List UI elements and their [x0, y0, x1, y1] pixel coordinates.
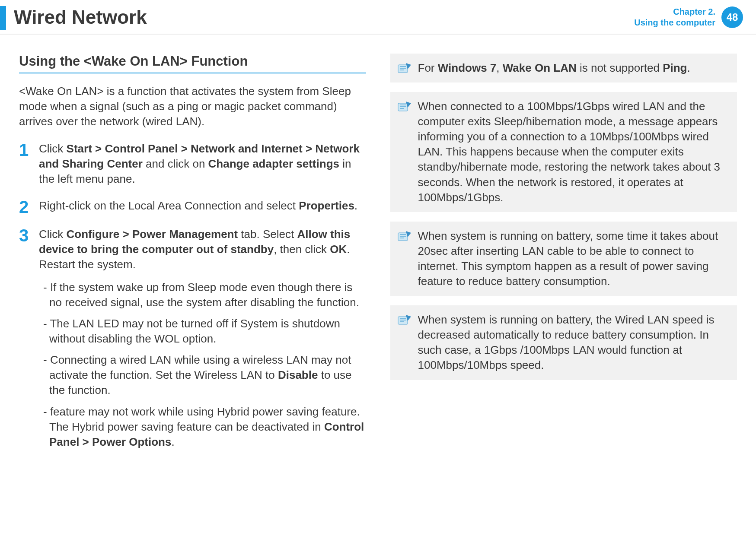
sub-item: - Connecting a wired LAN while using a w…	[41, 352, 366, 398]
page-number-badge: 48	[721, 6, 743, 28]
note-box: For Windows 7, Wake On LAN is not suppor…	[390, 54, 737, 82]
note-icon	[397, 100, 412, 113]
chapter-line-1: Chapter 2.	[634, 6, 715, 17]
step-number: 1	[19, 141, 32, 187]
svg-rect-2	[398, 233, 408, 241]
step-number: 2	[19, 198, 32, 216]
step-3: 3 Click Configure > Power Management tab…	[19, 227, 366, 456]
step-body: Right-click on the Local Area Connection…	[39, 198, 366, 216]
page-header: Wired Network Chapter 2. Using the compu…	[0, 0, 756, 35]
intro-paragraph: <Wake On LAN> is a function that activat…	[19, 84, 366, 129]
step-body: Click Start > Control Panel > Network an…	[39, 141, 366, 187]
header-accent-bar	[0, 6, 6, 30]
note-icon	[397, 229, 412, 242]
svg-rect-3	[398, 317, 408, 324]
note-text: When system is running on battery, some …	[418, 228, 729, 289]
step-text: Click Configure > Power Management tab. …	[39, 228, 350, 271]
chapter-line-2: Using the computer	[634, 17, 715, 28]
chapter-meta: Chapter 2. Using the computer	[634, 6, 715, 28]
step-1: 1 Click Start > Control Panel > Network …	[19, 141, 366, 187]
note-text: When connected to a 100Mbps/1Gbps wired …	[418, 99, 729, 205]
note-text: For Windows 7, Wake On LAN is not suppor…	[418, 60, 729, 76]
step-2: 2 Right-click on the Local Area Connecti…	[19, 198, 366, 216]
note-box: When connected to a 100Mbps/1Gbps wired …	[390, 92, 737, 212]
note-text: When system is running on battery, the W…	[418, 312, 729, 373]
note-icon	[397, 61, 412, 74]
note-box: When system is running on battery, some …	[390, 222, 737, 296]
svg-rect-0	[398, 65, 408, 73]
sub-item: - If the system wake up from Sleep mode …	[41, 280, 366, 310]
content-area: Using the <Wake On LAN> Function <Wake O…	[0, 35, 756, 467]
step-body: Click Configure > Power Management tab. …	[39, 227, 366, 456]
note-box: When system is running on battery, the W…	[390, 305, 737, 380]
section-heading: Using the <Wake On LAN> Function	[19, 54, 366, 73]
svg-rect-1	[398, 103, 408, 111]
step-number: 3	[19, 227, 32, 456]
note-icon	[397, 313, 412, 326]
left-column: Using the <Wake On LAN> Function <Wake O…	[19, 54, 366, 467]
page-title: Wired Network	[14, 6, 634, 28]
sub-item: - The LAN LED may not be turned off if S…	[41, 316, 366, 346]
header-right-group: Chapter 2. Using the computer 48	[634, 6, 743, 28]
sub-item: - feature may not work while using Hybri…	[41, 404, 366, 450]
right-column: For Windows 7, Wake On LAN is not suppor…	[390, 54, 737, 467]
sub-list: - If the system wake up from Sleep mode …	[39, 280, 366, 450]
